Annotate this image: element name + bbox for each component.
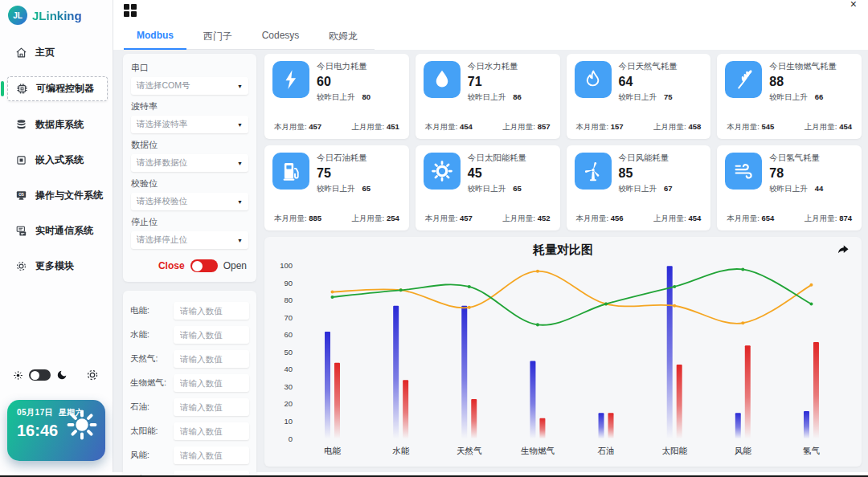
svg-text:OS: OS (18, 193, 24, 197)
theme-toggle[interactable] (29, 369, 51, 381)
svg-text:水能: 水能 (392, 446, 409, 455)
sidebar-item-database[interactable]: 数据库系统 (0, 113, 113, 137)
parity-select[interactable]: 请选择校验位 ▼ (131, 193, 248, 210)
card-delta: 较昨日上升44 (769, 184, 854, 194)
serial-config-panel: 串口 请选择COM号 ▼ 波特率 请选择波特率 ▼ 数据位 请选择数据位 ▼ 校… (123, 54, 256, 282)
card-title: 今日生物燃气耗量 (769, 61, 854, 72)
svg-text:电能: 电能 (324, 446, 341, 455)
sun-rays-icon (424, 153, 461, 190)
tab-codesys[interactable]: Codesys (249, 23, 312, 49)
month-usage: 本月用量: 545 (727, 122, 774, 132)
energy-row-natural-gas: 天然气: (130, 350, 249, 368)
connection-toggle-row: Close Open (131, 255, 248, 280)
sidebar-item-os-file[interactable]: OS 操作与文件系统 (0, 184, 113, 207)
electric-input[interactable] (174, 302, 249, 320)
field-label: 波特率 (131, 100, 248, 112)
month-usage: 本月用量: 654 (727, 214, 774, 224)
com-port-select[interactable]: 请选择COM号 ▼ (131, 77, 248, 95)
svg-text:石油: 石油 (598, 446, 615, 455)
card-top: 今日氢气耗量 78 较昨日上升44 (725, 153, 854, 194)
card-bottom: 本月用量: 456 上月用量: 454 (575, 214, 703, 224)
sidebar-item-label: 嵌入式系统 (35, 153, 84, 167)
svg-text:90: 90 (284, 279, 293, 287)
data-bits-select[interactable]: 请选择数据位 ▼ (131, 154, 248, 172)
wind-turbine-icon (575, 153, 612, 190)
card-title: 今日太阳能耗量 (468, 153, 552, 164)
oil-input[interactable] (174, 398, 249, 416)
chevron-down-icon: ▼ (237, 122, 243, 128)
sidebar: JL JLinking 主页 可编程控制器 数据库系统 (0, 0, 113, 472)
energy-label: 氢气: (130, 474, 174, 477)
svg-text:0: 0 (289, 434, 293, 442)
last-month-usage: 上月用量: 454 (653, 214, 701, 224)
tab-modbus[interactable]: Modbus (124, 23, 186, 50)
weather-sun-icon (65, 408, 99, 445)
tab-siemens[interactable]: 西门子 (186, 23, 249, 49)
card-delta: 较昨日上升66 (769, 92, 854, 103)
sidebar-item-more-modules[interactable]: 更多模块 (0, 255, 113, 278)
lightning-icon (272, 61, 309, 98)
card-delta-value: 66 (815, 92, 824, 101)
last-month-usage: 上月用量: 451 (352, 122, 399, 132)
card-delta: 较昨日上升86 (468, 92, 552, 103)
tab-omron[interactable]: 欧姆龙 (312, 23, 375, 49)
sidebar-item-embedded[interactable]: 嵌入式系统 (0, 149, 113, 172)
sidebar-item-home[interactable]: 主页 (0, 41, 113, 64)
select-placeholder: 请选择波特率 (137, 119, 187, 130)
card-title: 今日水力耗量 (468, 61, 552, 72)
flame-icon (575, 61, 612, 98)
card-delta-label: 较昨日上升 (468, 92, 506, 101)
solar-input[interactable] (174, 422, 249, 440)
brand: JL JLinking (0, 0, 113, 28)
card-top: 今日风能耗量 85 较昨日上升67 (575, 153, 703, 194)
consumption-card: 今日氢气耗量 78 较昨日上升44 本月用量: 654 上月用量: 874 (717, 145, 862, 230)
card-value: 88 (769, 75, 854, 89)
month-usage: 本月用量: 456 (576, 214, 624, 224)
sun-icon (13, 370, 23, 381)
sidebar-item-label: 更多模块 (35, 259, 74, 273)
natural-gas-input[interactable] (174, 350, 249, 368)
consumption-card: 今日石油耗量 75 较昨日上升65 本月用量: 885 上月用量: 254 (264, 145, 409, 230)
wind-input[interactable] (174, 446, 249, 464)
sidebar-item-realtime-comm[interactable]: 实时通信系统 (0, 219, 113, 243)
water-input[interactable] (174, 326, 249, 344)
hydrogen-input[interactable] (174, 471, 249, 477)
card-delta-value: 65 (362, 184, 371, 193)
svg-text:氢气: 氢气 (802, 446, 820, 455)
consumption-card: 今日太阳能耗量 45 较昨日上升65 本月用量: 457 上月用量: 452 (416, 145, 560, 230)
connection-toggle[interactable] (190, 259, 218, 272)
settings-gear-icon[interactable] (85, 368, 100, 382)
baud-rate-select[interactable]: 请选择波特率 ▼ (131, 116, 248, 133)
card-delta: 较昨日上升65 (468, 184, 552, 194)
share-arrow-icon[interactable] (836, 243, 850, 257)
app-grid-menu-icon[interactable] (124, 4, 137, 17)
card-bottom: 本月用量: 157 上月用量: 458 (575, 122, 703, 132)
svg-text:40: 40 (284, 365, 293, 373)
card-delta-value: 67 (664, 184, 673, 193)
card-title: 今日天然气耗量 (619, 61, 703, 72)
consumption-card: 今日生物燃气耗量 88 较昨日上升66 本月用量: 545 上月用量: 454 (717, 54, 862, 139)
consumption-card: 今日水力耗量 71 较昨日上升86 本月用量: 454 上月用量: 857 (416, 54, 560, 139)
chart-header: 耗量对比图 (274, 243, 852, 258)
card-top: 今日水力耗量 71 较昨日上升86 (424, 61, 552, 103)
energy-label: 风能: (130, 450, 174, 461)
svg-text:天然气: 天然气 (457, 446, 481, 455)
card-value: 75 (317, 166, 401, 181)
chevron-down-icon: ▼ (237, 238, 243, 243)
biogas-input[interactable] (174, 374, 249, 392)
card-delta-label: 较昨日上升 (769, 92, 808, 101)
sidebar-item-label: 实时通信系统 (35, 224, 93, 238)
serial-field-data-bits: 数据位 请选择数据位 ▼ (131, 139, 248, 172)
card-value: 71 (468, 75, 552, 89)
energy-label: 水能: (130, 329, 174, 340)
select-placeholder: 请选择COM号 (137, 80, 190, 92)
stop-bits-select[interactable]: 请选择停止位 ▼ (131, 231, 248, 249)
month-usage: 本月用量: 454 (425, 122, 473, 132)
right-column: 今日电力耗量 60 较昨日上升80 本月用量: 457 上月用量: 451 今日… (264, 54, 862, 467)
energy-row-oil: 石油: (130, 398, 249, 416)
gear-dashed-icon (14, 259, 28, 273)
last-month-usage: 上月用量: 458 (653, 122, 701, 132)
close-window-button[interactable]: × (845, 0, 862, 8)
sidebar-item-plc[interactable]: 可编程控制器 (7, 76, 108, 101)
energy-row-electric: 电能: (130, 302, 249, 320)
